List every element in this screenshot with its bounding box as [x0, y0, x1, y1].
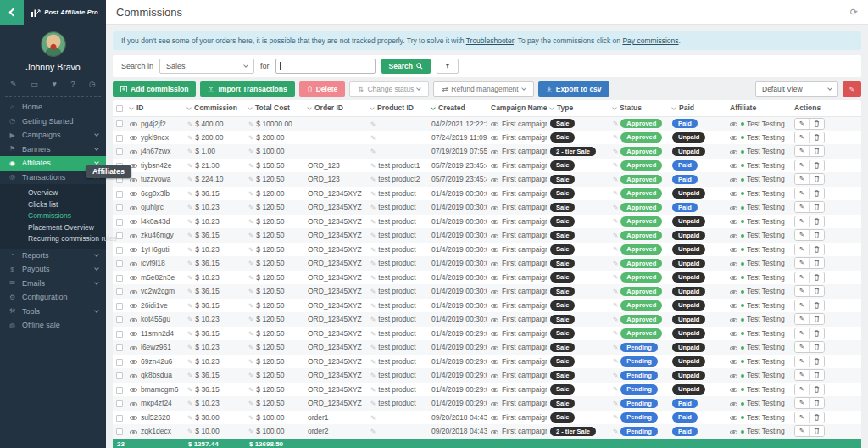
delete-commission-button[interactable]	[809, 202, 824, 212]
edit-commission-button[interactable]: ✎	[795, 202, 809, 212]
pencil-icon[interactable]: ✎	[370, 246, 376, 254]
delete-commission-button[interactable]	[809, 356, 824, 367]
column-header[interactable]: Actions	[791, 100, 861, 116]
sort-arrow-icon[interactable]	[431, 105, 436, 110]
eye-icon[interactable]	[730, 388, 737, 392]
edit-commission-button[interactable]: ✎	[795, 286, 809, 296]
pencil-icon[interactable]: ✎	[613, 133, 618, 141]
eye-icon[interactable]	[730, 346, 737, 350]
eye-icon[interactable]	[730, 402, 737, 406]
pencil-icon[interactable]: ✎	[370, 358, 376, 366]
eye-icon[interactable]	[730, 332, 737, 336]
delete-commission-button[interactable]	[809, 230, 824, 240]
sort-arrow-icon[interactable]	[549, 105, 554, 110]
heart-icon[interactable]: ♥	[52, 80, 56, 88]
column-header[interactable]: Total Cost	[245, 100, 304, 116]
pencil-icon[interactable]: ✎	[248, 386, 253, 394]
export-csv-button[interactable]: Export to csv	[538, 81, 609, 97]
edit-commission-button[interactable]: ✎	[795, 160, 809, 171]
row-checkbox[interactable]	[116, 135, 123, 142]
pencil-icon[interactable]: ✎	[187, 288, 192, 295]
pencil-icon[interactable]: ✎	[187, 372, 192, 379]
eye-icon[interactable]	[130, 178, 137, 182]
edit-commission-button[interactable]: ✎	[795, 188, 809, 199]
pencil-icon[interactable]: ✎	[370, 134, 376, 142]
eye-icon[interactable]	[130, 150, 137, 154]
pencil-icon[interactable]: ✎	[370, 386, 376, 394]
edit-commission-button[interactable]: ✎	[795, 356, 809, 367]
sidebar-item-payouts[interactable]: $ Payouts	[0, 262, 106, 277]
delete-commission-button[interactable]	[809, 188, 824, 199]
row-checkbox[interactable]	[116, 359, 123, 366]
eye-icon[interactable]	[730, 374, 737, 378]
pencil-icon[interactable]: ✎	[187, 134, 192, 142]
monitor-icon[interactable]: ▭	[31, 80, 38, 88]
eye-icon[interactable]	[130, 248, 137, 252]
pencil-icon[interactable]: ✎	[370, 428, 376, 435]
help-icon[interactable]: ?	[70, 80, 75, 88]
edit-commission-button[interactable]: ✎	[795, 398, 809, 408]
eye-icon[interactable]	[130, 374, 137, 378]
delete-commission-button[interactable]	[809, 384, 824, 395]
pencil-icon[interactable]: ✎	[370, 330, 376, 338]
eye-icon[interactable]	[130, 290, 137, 294]
pencil-icon[interactable]: ✎	[370, 176, 376, 183]
select-all-checkbox[interactable]	[116, 105, 123, 112]
row-checkbox[interactable]	[116, 331, 123, 338]
import-transactions-button[interactable]: Import Transactions	[200, 81, 294, 97]
sort-arrow-icon[interactable]	[186, 105, 192, 110]
eye-icon[interactable]	[491, 416, 498, 420]
troubleshooter-link[interactable]: Troubleshooter	[466, 36, 514, 45]
pencil-icon[interactable]: ✎	[370, 372, 376, 379]
column-header[interactable]: Affiliate	[726, 100, 791, 116]
eye-icon[interactable]	[491, 136, 498, 140]
add-commission-button[interactable]: Add commission	[113, 81, 196, 97]
eye-icon[interactable]	[730, 164, 737, 168]
eye-icon[interactable]	[491, 192, 498, 196]
pencil-icon[interactable]: ✎	[613, 161, 618, 169]
pencil-icon[interactable]: ✎	[613, 413, 618, 421]
eye-icon[interactable]	[730, 192, 737, 196]
pencil-icon[interactable]: ✎	[187, 176, 192, 183]
eye-icon[interactable]	[730, 430, 737, 434]
eye-icon[interactable]	[730, 416, 737, 420]
pencil-icon[interactable]: ✎	[613, 301, 618, 309]
pencil-icon[interactable]: ✎	[187, 148, 192, 155]
edit-commission-button[interactable]: ✎	[795, 258, 809, 268]
pencil-icon[interactable]: ✎	[613, 245, 618, 253]
pencil-icon[interactable]: ✎	[248, 372, 253, 379]
pencil-icon[interactable]: ✎	[613, 288, 618, 295]
pencil-icon[interactable]: ✎	[370, 316, 376, 323]
pay-commissions-link[interactable]: Pay commissions	[622, 36, 678, 45]
pencil-icon[interactable]: ✎	[187, 400, 192, 407]
eye-icon[interactable]	[130, 402, 137, 406]
pencil-icon[interactable]: ✎	[370, 120, 376, 128]
pencil-icon[interactable]: ✎	[248, 274, 253, 282]
row-checkbox[interactable]	[116, 204, 123, 211]
pencil-icon[interactable]: ✎	[613, 232, 618, 239]
pencil-icon[interactable]: ✎	[248, 302, 253, 310]
sort-arrow-icon[interactable]	[129, 105, 134, 110]
eye-icon[interactable]	[491, 150, 498, 154]
sort-arrow-icon[interactable]	[248, 105, 253, 110]
eye-icon[interactable]	[730, 206, 737, 210]
edit-commission-button[interactable]: ✎	[795, 426, 809, 436]
pencil-icon[interactable]: ✎	[613, 148, 618, 155]
row-checkbox[interactable]	[116, 387, 123, 394]
eye-icon[interactable]	[130, 304, 137, 308]
pencil-icon[interactable]: ✎	[370, 204, 376, 211]
pencil-icon[interactable]: ✎	[370, 232, 376, 239]
column-header[interactable]: Commission	[184, 100, 245, 116]
delete-commission-button[interactable]	[809, 132, 824, 143]
pencil-icon[interactable]: ✎	[613, 316, 618, 323]
eye-icon[interactable]	[491, 360, 498, 364]
search-button[interactable]: Search	[381, 59, 431, 74]
pencil-icon[interactable]: ✎	[187, 330, 192, 338]
eye-icon[interactable]	[130, 318, 137, 322]
pencil-icon[interactable]: ✎	[248, 176, 253, 183]
eye-icon[interactable]	[730, 122, 737, 126]
eye-icon[interactable]	[491, 374, 498, 378]
eye-icon[interactable]	[491, 206, 498, 210]
row-checkbox[interactable]	[116, 400, 123, 407]
pencil-icon[interactable]: ✎	[613, 329, 618, 337]
